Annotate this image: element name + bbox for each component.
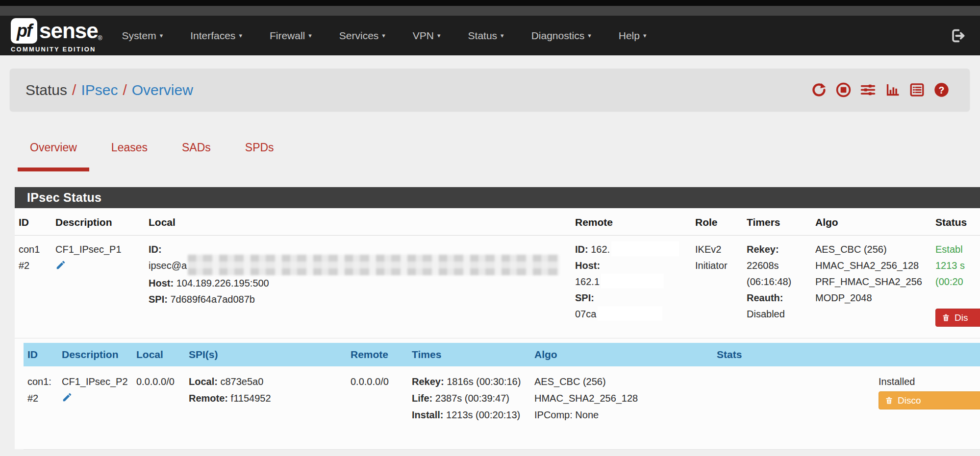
table-row: con1: #2 CF1_IPsec_P2 0.0.0.0/0 Local: c… (24, 366, 980, 449)
rekey-value: 22608s (747, 258, 807, 274)
remote-host-value: 162.1 (575, 276, 600, 287)
algo-integrity: HMAC_SHA2_256_128 (534, 390, 709, 407)
rekey-label: Rekey: (412, 376, 444, 387)
ipsec-status-table: ID Description Local Remote Role Timers … (15, 208, 980, 338)
cell-spis: Local: c873e5a0 Remote: f1154952 (185, 366, 347, 449)
log-list-icon[interactable] (909, 82, 925, 97)
role-value: Initiator (695, 258, 739, 274)
reauth-value: Disabled (747, 306, 807, 322)
nav-item-vpn[interactable]: VPN▾ (413, 30, 441, 42)
local-id-value: ipsec@a (149, 260, 187, 271)
breadcrumb: Status/IPsec/Overview (25, 82, 193, 98)
status-time: (00:20 (935, 274, 980, 290)
cell-description: CF1_IPsec_P1 (51, 235, 145, 338)
description-text: CF1_IPsec_P2 (62, 373, 128, 390)
cell-description: CF1_IPsec_P2 (58, 366, 132, 449)
nav-item-label: Diagnostics (531, 30, 585, 42)
community-edition-label: COMMUNITY EDITION (11, 46, 102, 53)
status-established: Establ (935, 241, 980, 258)
tab-sads[interactable]: SADs (170, 141, 223, 165)
nav-item-help[interactable]: Help▾ (619, 30, 647, 42)
nav-item-label: Firewall (270, 30, 305, 42)
algo-dhgroup: MODP_2048 (815, 290, 928, 306)
cell-status: Establ 1213 s (00:20 Dis (931, 235, 980, 338)
breadcrumb-bar: Status/IPsec/Overview (10, 69, 970, 111)
column-header-role: Role (691, 208, 743, 235)
filter-sliders-icon[interactable] (860, 82, 876, 97)
disconnect-child-button[interactable]: Disco (879, 391, 980, 409)
redacted-text (611, 241, 679, 256)
breadcrumb-separator: / (118, 82, 131, 98)
reauth-label: Reauth: (747, 290, 807, 306)
cell-id: con1: #2 (24, 366, 58, 449)
tab-spds[interactable]: SPDs (233, 141, 286, 165)
algo-prf: PRF_HMAC_SHA2_256 (815, 274, 928, 290)
breadcrumb-link-ipsec[interactable]: IPsec (81, 82, 118, 98)
svg-text:?: ? (939, 85, 945, 96)
nav-item-interfaces[interactable]: Interfaces▾ (190, 30, 242, 42)
disconnect-button[interactable]: Dis (935, 309, 980, 327)
nav-item-status[interactable]: Status▾ (468, 30, 504, 42)
child-sa-table: ID Description Local SPI(s) Remote Times… (24, 343, 980, 450)
edit-pencil-icon[interactable] (62, 392, 73, 403)
algo-encryption: AES_CBC (256) (534, 373, 709, 390)
cell-stats (713, 366, 875, 449)
column-header-status: Status (931, 208, 980, 235)
nav-item-diagnostics[interactable]: Diagnostics▾ (531, 30, 591, 42)
column-header-timers: Timers (743, 208, 811, 235)
rekey-time: (06:16:48) (747, 274, 807, 290)
bar-chart-icon[interactable] (885, 82, 900, 97)
local-host-label: Host: (149, 278, 174, 288)
pf-logo-text: pf (17, 21, 31, 41)
help-icon[interactable]: ? (934, 82, 949, 97)
nav-item-system[interactable]: System▾ (122, 30, 163, 42)
chevron-down-icon: ▾ (160, 32, 163, 39)
tab-overview[interactable]: Overview (18, 141, 89, 165)
chevron-down-icon: ▾ (643, 32, 647, 39)
chevron-down-icon: ▾ (437, 32, 441, 39)
install-value: 1213s (00:20:13) (446, 409, 520, 420)
local-host-value: 104.189.226.195:500 (176, 278, 269, 288)
remote-network: 0.0.0.0/0 (351, 373, 404, 390)
redacted-text (188, 255, 559, 275)
chevron-down-icon: ▾ (239, 32, 242, 39)
child-column-description: Description (58, 343, 132, 366)
window-top-strip (0, 0, 980, 6)
pfsense-logo[interactable]: pf sense ® COMMUNITY EDITION (11, 18, 102, 53)
edit-pencil-icon[interactable] (55, 260, 66, 270)
top-navbar: pf sense ® COMMUNITY EDITION System▾ Int… (0, 16, 980, 55)
redacted-text (601, 274, 664, 288)
column-header-algo: Algo (811, 208, 931, 235)
child-column-algo: Algo (530, 343, 713, 366)
nav-item-label: Help (619, 30, 640, 42)
refresh-icon[interactable] (811, 82, 827, 97)
redacted-text (598, 306, 662, 321)
column-header-remote: Remote (571, 208, 691, 235)
remote-host-label: Host: (575, 260, 600, 271)
spi-local-value: c873e5a0 (220, 376, 263, 387)
cell-timers: Rekey: 22608s (06:16:48) Reauth: Disable… (743, 235, 811, 338)
breadcrumb-link-overview[interactable]: Overview (132, 82, 193, 98)
table-row: con1 #2 CF1_IPsec_P1 ID: ipsec@a Host: 1… (15, 235, 980, 338)
cell-remote: ID: 162. Host: 162.1 SPI: 07ca (571, 235, 691, 338)
breadcrumb-separator: / (67, 82, 81, 98)
algo-integrity: HMAC_SHA2_256_128 (815, 258, 928, 274)
connection-id: con1: (27, 373, 54, 390)
column-header-description: Description (51, 208, 145, 235)
chevron-down-icon: ▾ (588, 32, 591, 39)
chevron-down-icon: ▾ (308, 32, 312, 39)
cell-role: IKEv2 Initiator (691, 235, 743, 338)
tab-leases[interactable]: Leases (99, 141, 160, 165)
main-menu: System▾ Interfaces▾ Firewall▾ Services▾ … (122, 30, 674, 42)
chevron-down-icon: ▾ (382, 32, 385, 39)
nav-item-firewall[interactable]: Firewall▾ (270, 30, 312, 42)
remote-spi-label: SPI: (575, 292, 594, 303)
logout-icon[interactable] (950, 27, 966, 44)
local-id-label: ID: (149, 244, 162, 255)
stop-icon[interactable] (836, 82, 851, 97)
child-column-stats: Stats (713, 343, 875, 366)
child-header-row: ID Description Local SPI(s) Remote Times… (24, 343, 980, 366)
description-text: CF1_IPsec_P1 (55, 241, 141, 258)
nav-item-services[interactable]: Services▾ (339, 30, 385, 42)
connection-id: con1 (19, 241, 48, 258)
